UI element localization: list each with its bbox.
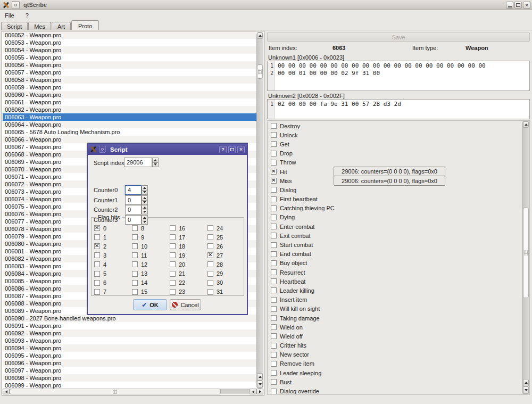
scrollbar-thumb[interactable] bbox=[10, 389, 221, 394]
spin-down-button[interactable] bbox=[142, 190, 148, 195]
flag-checkbox[interactable] bbox=[207, 261, 213, 267]
tab-art[interactable]: Art bbox=[52, 22, 71, 30]
scroll-up-button[interactable] bbox=[257, 32, 263, 39]
flag-checkbox[interactable] bbox=[94, 261, 100, 267]
flag-checkbox[interactable] bbox=[94, 225, 100, 231]
unknown2-hex-editor[interactable]: 1 02 00 00 00 fa 9e 31 00 57 28 d3 2d bbox=[267, 99, 530, 119]
event-checkbox[interactable] bbox=[271, 333, 277, 339]
scroll-up-button[interactable] bbox=[523, 121, 529, 128]
scroll-down-button[interactable] bbox=[257, 381, 263, 388]
flag-checkbox[interactable] bbox=[94, 289, 100, 295]
script-note-button[interactable]: 29006: counters=(0 0 0 0), flags=0x0 bbox=[334, 167, 445, 177]
scroll-up-button[interactable] bbox=[523, 379, 529, 386]
hex-content[interactable]: 00 00 00 00 00 00 00 00 00 00 00 00 00 0… bbox=[275, 61, 486, 90]
restore-button[interactable] bbox=[514, 2, 522, 9]
list-item[interactable]: 006056 - Weapon.pro bbox=[3, 61, 256, 69]
scroll-left-button[interactable] bbox=[250, 389, 256, 394]
event-checkbox[interactable] bbox=[271, 178, 277, 184]
flag-checkbox[interactable] bbox=[132, 243, 138, 249]
hex-content[interactable]: 02 00 00 00 fa 9e 31 00 57 28 d3 2d bbox=[275, 100, 401, 119]
event-checkbox[interactable] bbox=[271, 260, 277, 266]
list-item[interactable]: 006096 - Weapon.pro bbox=[3, 359, 256, 367]
dialog-menu-icon[interactable] bbox=[99, 146, 106, 153]
flag-checkbox[interactable] bbox=[132, 225, 138, 231]
title-bar[interactable]: qtScribe ✕ bbox=[0, 0, 532, 10]
list-vertical-scrollbar[interactable] bbox=[256, 32, 263, 389]
counter0-input[interactable]: 4 bbox=[125, 185, 142, 195]
event-checkbox[interactable] bbox=[271, 389, 277, 394]
list-item[interactable]: 006090 - 2027 Bone-handled weapons.pro bbox=[3, 315, 256, 322]
list-item[interactable]: 006063 - Weapon.pro bbox=[3, 113, 256, 121]
event-checkbox[interactable] bbox=[271, 315, 277, 321]
flag-checkbox[interactable] bbox=[170, 271, 176, 277]
event-checkbox[interactable] bbox=[271, 132, 277, 138]
flag-checkbox[interactable] bbox=[207, 289, 213, 295]
script-index-input[interactable]: 29006 bbox=[124, 158, 152, 167]
script-note-button[interactable]: 29006: counters=(0 0 0 0), flags=0x0 bbox=[334, 176, 445, 186]
event-checkbox[interactable] bbox=[271, 306, 277, 312]
flag-checkbox[interactable] bbox=[170, 225, 176, 231]
flag-checkbox[interactable] bbox=[207, 243, 213, 249]
event-checkbox[interactable] bbox=[271, 196, 277, 202]
list-item[interactable]: 006062 - Weapon.pro bbox=[3, 106, 256, 113]
flag-checkbox[interactable] bbox=[207, 252, 213, 258]
flag-checkbox[interactable] bbox=[132, 252, 138, 258]
counter3-input[interactable]: 0 bbox=[125, 215, 142, 225]
list-item[interactable]: 006094 - Weapon.pro bbox=[3, 344, 256, 352]
event-checkbox[interactable] bbox=[271, 343, 277, 349]
menu-file[interactable]: File bbox=[5, 12, 14, 19]
flag-checkbox[interactable] bbox=[170, 261, 176, 267]
flag-checkbox[interactable] bbox=[207, 225, 213, 231]
flag-checkbox[interactable] bbox=[132, 234, 138, 240]
cancel-button[interactable]: Cancel bbox=[170, 299, 201, 310]
dialog-close-button[interactable]: ✕ bbox=[237, 146, 245, 153]
scroll-up-button[interactable] bbox=[257, 373, 263, 381]
scroll-right-button[interactable] bbox=[256, 389, 263, 394]
list-item[interactable]: 006098 - Weapon.pro bbox=[3, 374, 256, 382]
list-item[interactable]: 006060 - Weapon.pro bbox=[3, 91, 256, 98]
flag-checkbox[interactable] bbox=[94, 271, 100, 277]
event-checkbox[interactable] bbox=[271, 169, 277, 175]
event-checkbox[interactable] bbox=[271, 361, 277, 367]
scrollbar-thumb[interactable] bbox=[257, 64, 263, 79]
flag-checkbox[interactable] bbox=[132, 261, 138, 267]
flag-checkbox[interactable] bbox=[94, 243, 100, 249]
list-item[interactable]: 006091 - Weapon.pro bbox=[3, 322, 256, 329]
list-item[interactable]: 006065 - 5678 Auto Loading Mechanism.pro bbox=[3, 128, 256, 136]
flag-checkbox[interactable] bbox=[207, 271, 213, 277]
flag-checkbox[interactable] bbox=[170, 252, 176, 258]
event-checkbox[interactable] bbox=[271, 297, 277, 303]
save-button[interactable]: Save bbox=[267, 32, 530, 42]
list-item[interactable]: 006066 - Weapon.pro bbox=[3, 136, 256, 143]
event-checkbox[interactable] bbox=[271, 324, 277, 330]
event-checkbox[interactable] bbox=[271, 242, 277, 248]
flag-checkbox[interactable] bbox=[94, 252, 100, 258]
list-item[interactable]: 006097 - Weapon.pro bbox=[3, 367, 256, 374]
flag-checkbox[interactable] bbox=[132, 289, 138, 295]
ok-button[interactable]: ✔ OK bbox=[133, 299, 167, 310]
flag-checkbox[interactable] bbox=[132, 280, 138, 286]
list-item[interactable]: 006059 - Weapon.pro bbox=[3, 84, 256, 91]
dialog-maximize-button[interactable] bbox=[228, 146, 236, 153]
tab-proto[interactable]: Proto bbox=[71, 20, 99, 30]
flag-checkbox[interactable] bbox=[170, 289, 176, 295]
event-checkbox[interactable] bbox=[271, 205, 277, 211]
list-item[interactable]: 006058 - Weapon.pro bbox=[3, 76, 256, 84]
event-checkbox[interactable] bbox=[271, 160, 277, 166]
window-menu-icon[interactable] bbox=[12, 1, 20, 9]
event-checkbox[interactable] bbox=[271, 251, 277, 257]
flag-checkbox[interactable] bbox=[132, 271, 138, 277]
list-item[interactable]: 006057 - Weapon.pro bbox=[3, 69, 256, 76]
event-checkbox[interactable] bbox=[271, 187, 277, 193]
flag-checkbox[interactable] bbox=[207, 234, 213, 240]
list-item[interactable]: 006055 - Weapon.pro bbox=[3, 54, 256, 61]
list-item[interactable]: 006052 - Weapon.pro bbox=[3, 31, 256, 39]
flag-checkbox[interactable] bbox=[207, 280, 213, 286]
scroll-left-button[interactable] bbox=[3, 389, 10, 394]
dialog-help-button[interactable]: ? bbox=[219, 146, 227, 153]
spin-down-button[interactable] bbox=[142, 210, 148, 215]
events-vertical-scrollbar[interactable] bbox=[522, 121, 529, 394]
list-item[interactable]: 006053 - Weapon.pro bbox=[3, 39, 256, 46]
list-horizontal-scrollbar[interactable] bbox=[3, 389, 263, 394]
event-checkbox[interactable] bbox=[271, 287, 277, 293]
